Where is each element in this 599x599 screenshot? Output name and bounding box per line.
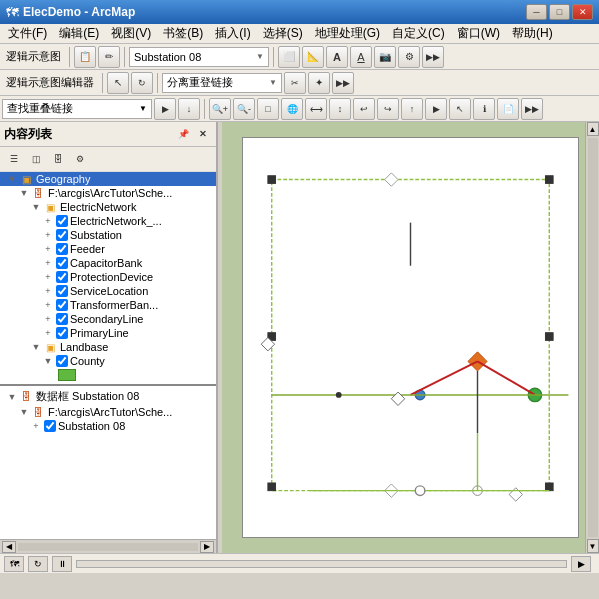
- tb-extra-btn[interactable]: ▶▶: [422, 46, 444, 68]
- tb-select-arrow[interactable]: ↖: [449, 98, 471, 120]
- expand-substation[interactable]: +: [42, 229, 54, 241]
- tb-zoom-in[interactable]: 🔍+: [209, 98, 231, 120]
- tb-settings-btn[interactable]: ⚙: [398, 46, 420, 68]
- toc-item-transformerbank[interactable]: + TransformerBan...: [0, 298, 216, 312]
- expand-electricnetwork[interactable]: ▼: [30, 201, 42, 213]
- toc-options-btn[interactable]: ⚙: [70, 149, 90, 169]
- tb-edit-btn[interactable]: ✏: [98, 46, 120, 68]
- checkbox-primaryline[interactable]: [56, 327, 68, 339]
- toc-pin-btn[interactable]: 📌: [174, 125, 192, 143]
- maximize-button[interactable]: □: [549, 4, 570, 20]
- toc-item-path2[interactable]: ▼ 🗄 F:\arcgis\ArcTutor\Sche...: [0, 405, 216, 419]
- expand-geography[interactable]: ▼: [6, 173, 18, 185]
- expand-protectiondevice[interactable]: +: [42, 271, 54, 283]
- menu-select[interactable]: 选择(S): [257, 24, 309, 43]
- close-button[interactable]: ✕: [572, 4, 593, 20]
- map-content[interactable]: ▲ ▼: [222, 122, 599, 553]
- toc-item-capacitorbank[interactable]: + CapacitorBank: [0, 256, 216, 270]
- tb-play[interactable]: ▶: [425, 98, 447, 120]
- tb-info[interactable]: ℹ: [473, 98, 495, 120]
- toc-item-primaryline[interactable]: + PrimaryLine: [0, 326, 216, 340]
- expand-dataframe[interactable]: ▼: [6, 391, 18, 403]
- tb-cursor-btn[interactable]: ↖: [107, 72, 129, 94]
- expand-servicelocation[interactable]: +: [42, 285, 54, 297]
- tb-extra2-btn[interactable]: ▶▶: [332, 72, 354, 94]
- toc-item-feeder[interactable]: + Feeder: [0, 242, 216, 256]
- substation-dropdown[interactable]: Substation 08 ▼: [129, 47, 269, 67]
- tb-up[interactable]: ↑: [401, 98, 423, 120]
- toc-item-servicelocation[interactable]: + ServiceLocation: [0, 284, 216, 298]
- vscrollbar[interactable]: ▲ ▼: [585, 122, 599, 553]
- toc-item-protectiondevice[interactable]: + ProtectionDevice: [0, 270, 216, 284]
- expand-en-layer[interactable]: +: [42, 215, 54, 227]
- checkbox-capacitorbank[interactable]: [56, 257, 68, 269]
- menu-edit[interactable]: 编辑(E): [53, 24, 105, 43]
- checkbox-protectiondevice[interactable]: [56, 271, 68, 283]
- status-progress-btn[interactable]: ▶: [571, 556, 591, 572]
- tb-split-btn[interactable]: ✂: [284, 72, 306, 94]
- tb-forward[interactable]: ↪: [377, 98, 399, 120]
- tb-extra3-btn[interactable]: ▶▶: [521, 98, 543, 120]
- toc-item-secondaryline[interactable]: + SecondaryLine: [0, 312, 216, 326]
- checkbox-substation[interactable]: [56, 229, 68, 241]
- tb-arrow-btn[interactable]: ↓: [178, 98, 200, 120]
- toc-item-county[interactable]: ▼ County: [0, 354, 216, 368]
- expand-landbase[interactable]: ▼: [30, 341, 42, 353]
- tb-camera-btn[interactable]: 📷: [374, 46, 396, 68]
- toc-close-btn[interactable]: ✕: [194, 125, 212, 143]
- toc-item-electricnetwork[interactable]: ▼ ▣ ElectricNetwork: [0, 200, 216, 214]
- expand-secondaryline[interactable]: +: [42, 313, 54, 325]
- tb-box-btn[interactable]: ⬜: [278, 46, 300, 68]
- expand-primaryline[interactable]: +: [42, 327, 54, 339]
- find-overlap-dropdown[interactable]: 查找重叠链接 ▼: [2, 99, 152, 119]
- toc-item-substation08[interactable]: + Substation 08: [0, 419, 216, 433]
- tb-star-btn[interactable]: ✦: [308, 72, 330, 94]
- status-map-btn[interactable]: 🗺: [4, 556, 24, 572]
- scroll-up-btn[interactable]: ▲: [587, 122, 599, 136]
- checkbox-transformerbank[interactable]: [56, 299, 68, 311]
- tb-text-btn[interactable]: A: [326, 46, 348, 68]
- scroll-left-btn[interactable]: ◀: [2, 541, 16, 553]
- vscroll-track[interactable]: [588, 138, 598, 537]
- expand-capacitorbank[interactable]: +: [42, 257, 54, 269]
- tb-pan-h[interactable]: ⟷: [305, 98, 327, 120]
- status-pause-btn[interactable]: ⏸: [52, 556, 72, 572]
- toc-item-en-layer[interactable]: + ElectricNetwork_...: [0, 214, 216, 228]
- hscroll-track[interactable]: [18, 543, 198, 551]
- checkbox-substation08[interactable]: [44, 420, 56, 432]
- checkbox-feeder[interactable]: [56, 243, 68, 255]
- menu-view[interactable]: 视图(V): [105, 24, 157, 43]
- toc-source-btn[interactable]: 🗄: [48, 149, 68, 169]
- menu-insert[interactable]: 插入(I): [209, 24, 256, 43]
- tb-rotate-btn[interactable]: ↻: [131, 72, 153, 94]
- toc-item-landbase[interactable]: ▼ ▣ Landbase: [0, 340, 216, 354]
- tb-doc[interactable]: 📄: [497, 98, 519, 120]
- tb-globe[interactable]: 🌐: [281, 98, 303, 120]
- tb-measure-btn[interactable]: 📐: [302, 46, 324, 68]
- menu-help[interactable]: 帮助(H): [506, 24, 559, 43]
- checkbox-secondaryline[interactable]: [56, 313, 68, 325]
- toc-item-substation[interactable]: + Substation: [0, 228, 216, 242]
- tb-run-btn[interactable]: ▶: [154, 98, 176, 120]
- checkbox-en-layer[interactable]: [56, 215, 68, 227]
- checkbox-servicelocation[interactable]: [56, 285, 68, 297]
- expand-feeder[interactable]: +: [42, 243, 54, 255]
- tb-zoom-box[interactable]: □: [257, 98, 279, 120]
- toc-hscroll[interactable]: ◀ ▶: [0, 539, 216, 553]
- expand-path1[interactable]: ▼: [18, 187, 30, 199]
- scroll-down-btn[interactable]: ▼: [587, 539, 599, 553]
- expand-path2[interactable]: ▼: [18, 406, 30, 418]
- menu-bookmark[interactable]: 书签(B): [157, 24, 209, 43]
- scroll-right-btn[interactable]: ▶: [200, 541, 214, 553]
- menu-window[interactable]: 窗口(W): [451, 24, 506, 43]
- menu-customize[interactable]: 自定义(C): [386, 24, 451, 43]
- expand-county[interactable]: ▼: [42, 355, 54, 367]
- menu-geoprocessing[interactable]: 地理处理(G): [309, 24, 386, 43]
- menu-file[interactable]: 文件(F): [2, 24, 53, 43]
- tb-zoom-out[interactable]: 🔍-: [233, 98, 255, 120]
- expand-substation08[interactable]: +: [30, 420, 42, 432]
- tool-dropdown[interactable]: 分离重登链接 ▼: [162, 73, 282, 93]
- minimize-button[interactable]: ─: [526, 4, 547, 20]
- status-refresh-btn[interactable]: ↻: [28, 556, 48, 572]
- tb-pan-v[interactable]: ↕: [329, 98, 351, 120]
